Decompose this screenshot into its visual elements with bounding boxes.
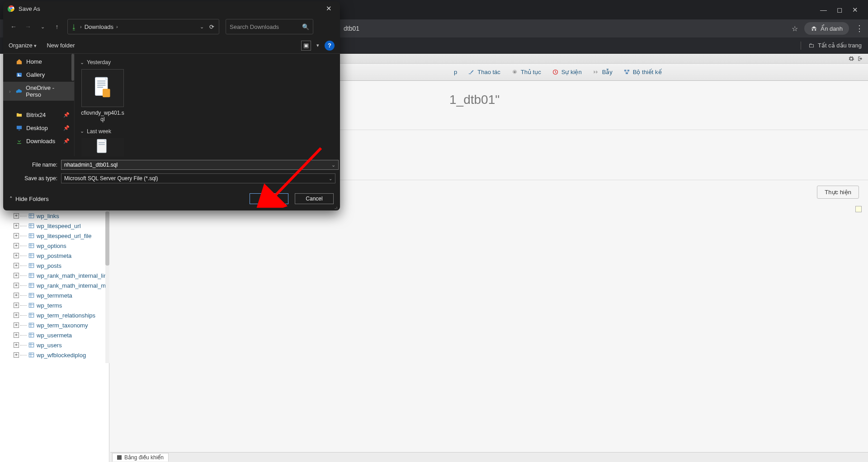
file-item[interactable]: cfiovndy_wp401.sql <box>80 69 125 123</box>
expand-icon[interactable]: + <box>14 303 19 308</box>
organize-menu[interactable]: Organize ▾ <box>9 42 37 49</box>
save-button[interactable]: Save <box>250 193 288 204</box>
path-segment[interactable]: Downloads <box>85 23 113 30</box>
table-icon <box>28 213 35 219</box>
sidebar-scrollbar[interactable] <box>105 211 109 363</box>
expand-icon[interactable]: + <box>14 253 19 258</box>
hide-folders-toggle[interactable]: ˄ Hide Folders <box>9 196 49 202</box>
tab-thao-tac[interactable]: Thao tác <box>463 66 505 78</box>
dialog-search-box[interactable]: Search Downloads 🔍 <box>226 19 313 34</box>
side-home[interactable]: Home <box>3 56 74 68</box>
breadcrumb-path[interactable]: ⭳ › Downloads › ⌄ ⟳ <box>67 19 219 34</box>
expand-icon[interactable]: + <box>14 332 19 338</box>
table-node[interactable]: +wp_users <box>2 340 109 350</box>
collapse-toggle[interactable] <box>855 206 862 212</box>
table-node[interactable]: +wp_litespeed_url_file <box>2 231 109 241</box>
chevron-down-icon[interactable]: ▾ <box>316 42 319 48</box>
cancel-button[interactable]: Cancel <box>295 193 334 204</box>
help-button[interactable]: ? <box>325 41 335 51</box>
filename-input[interactable] <box>61 160 339 170</box>
table-icon <box>28 342 35 348</box>
nav-forward-button[interactable]: → <box>22 23 34 30</box>
file-thumbnail <box>81 69 124 107</box>
expand-icon[interactable]: + <box>14 263 19 268</box>
folder-icon: 🗀 <box>808 42 814 49</box>
refresh-button[interactable]: ⟳ <box>209 23 214 30</box>
console-icon <box>117 455 122 460</box>
db-tree[interactable]: +wp_links+wp_litespeed_url+wp_litespeed_… <box>0 210 109 462</box>
table-node[interactable]: +wp_links <box>2 211 109 221</box>
table-icon <box>28 312 35 318</box>
file-item[interactable] <box>80 138 125 156</box>
chrome-icon <box>8 5 15 12</box>
table-node[interactable]: +wp_term_relationships <box>2 310 109 320</box>
side-desktop[interactable]: Desktop 📌 <box>3 122 74 134</box>
savetype-dropdown[interactable]: Microsoft SQL Server Query File (*.sql) … <box>61 173 335 183</box>
tab-partial[interactable]: p <box>449 66 462 78</box>
divider <box>801 42 801 50</box>
expand-icon[interactable]: + <box>14 283 19 288</box>
tab-bay[interactable]: Bẫy <box>588 66 617 78</box>
window-maximize-button[interactable]: ◻ <box>837 6 842 13</box>
expand-icon[interactable]: + <box>14 233 19 238</box>
bookmark-star-icon[interactable]: ☆ <box>792 24 798 33</box>
table-node[interactable]: +wp_posts <box>2 261 109 271</box>
dialog-file-area[interactable]: ⌄ Yesterday cfiovndy_wp401.sql ⌄ Last we… <box>75 54 340 156</box>
table-node[interactable]: +wp_rank_math_internal_lin <box>2 271 109 280</box>
side-downloads[interactable]: Downloads 📌 <box>3 135 74 147</box>
console-bar: Bảng điều khiển <box>110 452 868 462</box>
table-node[interactable]: +wp_postmeta <box>2 251 109 261</box>
new-folder-button[interactable]: New folder <box>47 42 75 49</box>
expand-icon[interactable]: + <box>14 273 19 278</box>
table-node[interactable]: +wp_wfblockediplog <box>2 350 109 360</box>
tab-thu-tuc[interactable]: Thủ tục <box>507 66 546 78</box>
expand-icon[interactable]: + <box>14 293 19 298</box>
tab-su-kien[interactable]: Sự kiện <box>547 66 586 78</box>
group-lastweek[interactable]: ⌄ Last week <box>80 128 335 135</box>
svg-rect-36 <box>29 333 34 337</box>
file-thumbnail <box>81 138 124 156</box>
table-node[interactable]: +wp_litespeed_url <box>2 221 109 231</box>
execute-button[interactable]: Thực hiện <box>817 186 859 199</box>
expand-icon[interactable]: + <box>14 223 19 229</box>
expand-icon[interactable]: + <box>14 243 19 248</box>
side-bitrix[interactable]: Bitrix24 📌 <box>3 109 74 121</box>
table-node[interactable]: +wp_term_taxonomy <box>2 320 109 330</box>
tab-bo-thiet-ke[interactable]: Bộ thiết kế <box>619 66 666 78</box>
browser-menu-button[interactable]: ⋮ <box>855 24 863 33</box>
dialog-close-button[interactable]: ✕ <box>322 3 335 14</box>
nav-back-button[interactable]: ← <box>8 23 19 30</box>
table-node[interactable]: +wp_termmeta <box>2 290 109 300</box>
table-icon <box>28 262 35 269</box>
nav-up-button[interactable]: ↑ <box>51 23 63 30</box>
table-icon <box>28 332 35 338</box>
console-tab[interactable]: Bảng điều khiển <box>112 453 169 462</box>
expand-icon[interactable]: + <box>14 213 19 219</box>
bookmarks-all-link[interactable]: Tất cả dấu trang <box>818 42 862 49</box>
table-node[interactable]: +wp_rank_math_internal_m <box>2 280 109 290</box>
table-node[interactable]: +wp_usermeta <box>2 330 109 340</box>
table-node[interactable]: +wp_options <box>2 241 109 251</box>
chevron-down-icon[interactable]: ⌄ <box>331 162 335 168</box>
expand-icon[interactable]: + <box>14 313 19 318</box>
svg-rect-30 <box>29 313 34 317</box>
side-gallery[interactable]: Gallery <box>3 69 74 81</box>
window-close-button[interactable]: ✕ <box>852 6 858 13</box>
window-minimize-button[interactable]: — <box>820 6 827 13</box>
gear-icon[interactable] <box>848 56 854 62</box>
nav-recent-dropdown[interactable]: ⌄ <box>37 24 48 30</box>
side-onedrive[interactable]: › OneDrive - Perso <box>3 82 74 101</box>
group-yesterday[interactable]: ⌄ Yesterday <box>80 59 335 65</box>
expand-icon[interactable]: + <box>14 322 19 328</box>
table-icon <box>28 322 35 328</box>
expand-icon[interactable]: + <box>14 352 19 358</box>
sidebar-scroll-thumb[interactable] <box>71 54 74 81</box>
dialog-nav-row: ← → ⌄ ↑ ⭳ › Downloads › ⌄ ⟳ Search Downl… <box>3 16 340 37</box>
view-mode-button[interactable]: ▣ <box>301 41 311 51</box>
exit-icon[interactable] <box>857 56 863 62</box>
table-name: wp_rank_math_internal_m <box>37 282 106 289</box>
incognito-badge[interactable]: Ẩn danh <box>804 22 849 35</box>
table-node[interactable]: +wp_terms <box>2 300 109 310</box>
expand-icon[interactable]: + <box>14 342 19 348</box>
chevron-down-icon[interactable]: ⌄ <box>200 24 204 30</box>
